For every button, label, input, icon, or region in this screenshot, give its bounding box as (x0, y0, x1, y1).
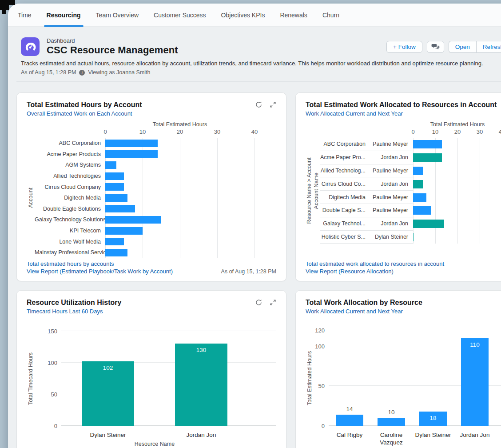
y-axis-label: Total Timecard Hours (27, 331, 35, 426)
category-label: Cirrus Cloud Company (35, 184, 105, 190)
bar-cirrus-cloud-company[interactable] (105, 183, 124, 191)
dashboard-tab-bar: TimeResourcingTeam OverviewCustomer Succ… (8, 4, 501, 27)
y-tick: 150 (48, 328, 57, 335)
expand-icon[interactable] (270, 299, 276, 308)
tab-resourcing[interactable]: Resourcing (47, 4, 81, 26)
panel-title: Resource Utilization History (27, 299, 121, 307)
bar-acme-paper-products[interactable] (105, 150, 158, 158)
open-button[interactable]: Open (449, 41, 476, 53)
value-label: 130 (175, 347, 227, 353)
tab-objectives-kpis[interactable]: Objectives KPIs (221, 4, 265, 26)
x-axis-title: Total Estimated Hours (413, 121, 501, 128)
bar-lone-wolf-media[interactable] (105, 238, 124, 245)
chart-row: ABC Corporation (35, 138, 276, 149)
bar-mainstay-professional-services[interactable] (105, 249, 127, 256)
account-label: Holistic Cyber S... (320, 231, 371, 244)
footer-link[interactable]: View Report (Resource Allocation) (306, 268, 444, 275)
account-label: Acme Paper Pro... (320, 151, 371, 164)
chart-row: AGM Systems (35, 160, 276, 171)
bar-cal-rigby[interactable] (336, 415, 363, 426)
footer-link[interactable]: Total estimated work allocated to resour… (306, 260, 444, 267)
panel-title: Total Estimated Work Allocated to Resour… (306, 101, 497, 109)
resource-label: Dylan Steiner (371, 231, 413, 244)
account-label: Galaxy Technol... (320, 217, 371, 230)
account-label: Allied Technolog... (320, 164, 371, 177)
refresh-icon[interactable] (255, 101, 262, 110)
y-tick: 0 (322, 423, 325, 429)
bar-kpi-telecom[interactable] (105, 227, 143, 235)
resource-label: Pauline Meyer (371, 191, 413, 204)
value-label: 10 (388, 409, 394, 416)
bar-double-eagle-s[interactable] (413, 206, 431, 215)
footer-link[interactable]: Total estimated hours by accounts (27, 260, 173, 267)
chart-row: Cirrus Cloud Company (35, 181, 276, 192)
resource-label: Jordan Jon (371, 217, 413, 230)
dashboard-page-body: Dashboard CSC Resource Management + Foll… (8, 27, 501, 448)
tab-time[interactable]: Time (18, 4, 32, 26)
bar-slot: 14 (329, 406, 370, 426)
tab-churn[interactable]: Churn (322, 4, 339, 26)
panel-subtitle-link[interactable]: Timecard Hours Last 60 Days (27, 308, 103, 315)
panel-title: Total Estimated Hours by Account (27, 101, 142, 109)
chart-row: Allied Technologies (35, 171, 276, 182)
bar-caroline-vazquez[interactable] (378, 418, 405, 426)
bar-slot: 110 (454, 338, 496, 426)
bar-acme-paper-pro[interactable] (413, 153, 442, 162)
follow-button[interactable]: + Follow (386, 41, 422, 53)
chart-row: KPI Telecom (35, 225, 276, 236)
value-label: 18 (419, 415, 447, 421)
resource-label: Pauline Meyer (371, 204, 413, 217)
open-refresh-button-group: Open Refresh (449, 41, 501, 53)
bar-abc-corporation[interactable] (413, 140, 442, 148)
app-window: TimeResourcingTeam OverviewCustomer Succ… (8, 4, 501, 448)
resource-utilization-history-chart: Total Timecard Hours050100150102130Dylan… (27, 315, 276, 447)
bar-dylan-steiner[interactable]: 18 (419, 412, 447, 426)
bar-galaxy-technol[interactable] (413, 220, 444, 228)
bar-allied-technolog[interactable] (413, 167, 423, 175)
y-axis-ticks: 050100120 (314, 330, 329, 426)
bar-allied-technologies[interactable] (105, 172, 124, 180)
y-tick: 50 (51, 391, 57, 398)
refresh-button[interactable]: Refresh (476, 41, 501, 53)
panel-resource-utilization-history: Resource Utilization History Timecard Ho… (16, 290, 286, 448)
y-axis-label: Account (27, 138, 35, 258)
bar-abc-corporation[interactable] (105, 140, 158, 147)
x-tick: 0 (103, 128, 107, 135)
dashboard-gauge-icon (21, 37, 40, 56)
footer-link[interactable]: View Report (Estimated Playbook/Task Wor… (27, 268, 173, 275)
panel-subtitle-link[interactable]: Overall Estimated Work on Each Account (27, 110, 132, 117)
chart-row: Cirrus Cloud Co...Jordan Jon (320, 177, 501, 191)
y-axis-label: Total Estimated Hours (306, 330, 314, 426)
bar-cirrus-cloud-co[interactable] (413, 180, 423, 188)
tab-team-overview[interactable]: Team Overview (96, 4, 139, 26)
bar-jordan-jon[interactable]: 110 (461, 338, 489, 426)
bar-digitech-media[interactable] (413, 193, 426, 202)
bar-double-eagle-solutions[interactable] (105, 205, 135, 212)
bar-jordan-jon[interactable]: 130 (175, 344, 227, 426)
bar-agm-systems[interactable] (105, 161, 116, 169)
chart-row: Lone Wolf Media (35, 236, 276, 247)
x-tick: 20 (454, 128, 461, 135)
expand-icon[interactable] (270, 101, 276, 110)
breadcrumb-eyebrow: Dashboard (47, 37, 386, 44)
category-label: Acme Paper Products (35, 151, 105, 157)
tab-customer-success[interactable]: Customer Success (154, 4, 206, 26)
x-tick: 30 (477, 128, 483, 135)
info-icon[interactable]: i (79, 70, 85, 76)
chart-row: Holistic Cyber S...Dylan Steiner (320, 231, 501, 244)
bar-dylan-steiner[interactable]: 102 (82, 361, 134, 426)
bar-holistic-cyber-s[interactable] (413, 233, 414, 241)
screen-corner-artifact (2, 10, 6, 14)
x-tick: 0 (411, 128, 414, 135)
panel-subtitle-link[interactable]: Work Allocated Current and Next Year (306, 110, 403, 117)
chart-row: Acme Paper Pro...Jordan Jon (320, 151, 501, 164)
comments-button[interactable] (427, 41, 444, 53)
refresh-icon[interactable] (255, 299, 262, 308)
tab-renewals[interactable]: Renewals (280, 4, 307, 26)
panel-subtitle-link[interactable]: Work Allocated Current and Next Year (306, 308, 403, 315)
chart-row: Acme Paper Products (35, 149, 276, 160)
bar-digitech-media[interactable] (105, 194, 127, 202)
value-label: 14 (346, 406, 353, 412)
bar-galaxy-technology-solutions[interactable] (105, 216, 161, 224)
work-allocated-to-resources-chart: Total Estimated Hours010203040Resource N… (306, 117, 501, 244)
